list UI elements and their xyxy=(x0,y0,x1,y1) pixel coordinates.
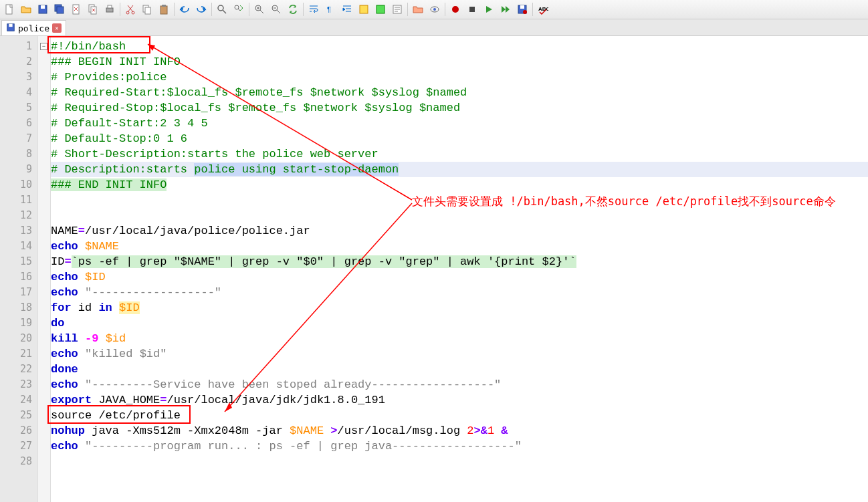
code-line[interactable]: done xyxy=(51,362,868,377)
code-line[interactable]: kill -9 $id xyxy=(51,331,868,346)
code-line[interactable] xyxy=(51,193,868,208)
fold-toggle[interactable]: − xyxy=(40,43,47,50)
code-line[interactable]: source /etc/profile xyxy=(51,408,868,423)
new-file-button[interactable] xyxy=(1,1,17,17)
code-line[interactable]: # Required-Stop:$local_fs $remote_fs $ne… xyxy=(51,100,868,116)
svg-rect-2 xyxy=(41,5,45,9)
stop-button[interactable] xyxy=(464,1,480,17)
code-line[interactable]: ### BEGIN INIT INFO xyxy=(51,54,868,70)
tab-label: police xyxy=(18,23,49,33)
code-line[interactable]: # Short-Description:starts the police we… xyxy=(51,146,868,162)
code-line[interactable]: ID=`ps -ef | grep "$NAME" | grep -v "$0"… xyxy=(51,254,868,269)
fold-cell xyxy=(38,223,50,239)
indent-button[interactable] xyxy=(339,1,355,17)
code-line[interactable]: nohup java -Xms512m -Xmx2048m -jar $NAME… xyxy=(51,423,868,438)
monitor-button[interactable] xyxy=(427,1,443,17)
line-number-gutter: 1234567891011121314151617181920212223242… xyxy=(0,36,38,502)
toolbar-separator xyxy=(445,3,445,16)
code-line[interactable]: ### END INIT INFO xyxy=(51,177,868,193)
copy-button[interactable] xyxy=(139,1,155,17)
code-line[interactable]: do xyxy=(51,316,868,331)
showall-button[interactable]: ¶ xyxy=(322,1,338,17)
zoomin-button[interactable] xyxy=(251,1,267,17)
fold-cell: − xyxy=(38,39,50,54)
line-number: 2 xyxy=(0,54,37,70)
toolbar-separator xyxy=(174,3,175,16)
svg-point-26 xyxy=(452,6,459,13)
code-line[interactable]: NAME=/usr/local/java/police/police.jar xyxy=(51,223,868,239)
redo-button[interactable] xyxy=(193,1,209,17)
fold-cell xyxy=(38,300,50,316)
wrap-button[interactable] xyxy=(306,1,322,17)
code-content[interactable]: 文件头需要设置成 !/bin/bash,不然source /etc/profil… xyxy=(51,36,868,502)
code-line[interactable]: echo "---------program run... : ps -ef |… xyxy=(51,438,868,454)
closeall-button[interactable] xyxy=(85,1,101,17)
code-line[interactable]: echo "---------Service have been stoped … xyxy=(51,377,868,392)
folder-button[interactable] xyxy=(410,1,426,17)
line-number: 28 xyxy=(0,454,37,469)
line-number: 3 xyxy=(0,70,37,85)
close-button[interactable] xyxy=(68,1,84,17)
svg-point-25 xyxy=(433,8,436,11)
find-button[interactable] xyxy=(214,1,230,17)
toolbar-separator xyxy=(211,3,212,16)
spellcheck-button[interactable]: ABC xyxy=(535,1,551,17)
fold-cell xyxy=(38,377,50,392)
open-file-button[interactable] xyxy=(18,1,34,17)
line-number: 27 xyxy=(0,438,37,454)
svg-rect-13 xyxy=(145,7,150,14)
code-line[interactable]: # Required-Start:$local_fs $remote_fs $n… xyxy=(51,85,868,100)
code-line[interactable]: echo $NAME xyxy=(51,239,868,254)
code-line[interactable]: for id in $ID xyxy=(51,300,868,316)
paste-button[interactable] xyxy=(156,1,172,17)
line-number: 8 xyxy=(0,146,37,162)
code-line[interactable]: # Description:starts police using start-… xyxy=(51,162,868,177)
playfast-button[interactable] xyxy=(498,1,514,17)
record-button[interactable] xyxy=(447,1,463,17)
main-toolbar: ¶ ABC xyxy=(0,0,868,19)
code-line[interactable] xyxy=(51,208,868,223)
fold-cell xyxy=(38,177,50,193)
fold-gutter: − xyxy=(38,36,51,502)
code-line[interactable]: # Default-Start:2 3 4 5 xyxy=(51,116,868,131)
code-line[interactable]: export JAVA_HOME=/usr/local/java/jdk/jdk… xyxy=(51,392,868,408)
svg-rect-22 xyxy=(376,5,385,13)
sync-button[interactable] xyxy=(285,1,301,17)
editor-area: 1234567891011121314151617181920212223242… xyxy=(0,36,868,502)
fold-cell xyxy=(38,438,50,454)
tab-bar: police ✕ xyxy=(0,19,868,36)
code-line[interactable]: # Default-Stop:0 1 6 xyxy=(51,131,868,146)
saveall-button[interactable] xyxy=(51,1,68,17)
zoomout-button[interactable] xyxy=(268,1,284,17)
fold-cell xyxy=(38,162,50,177)
fold-cell xyxy=(38,285,50,300)
replace-button[interactable] xyxy=(231,1,247,17)
play-button[interactable] xyxy=(481,1,497,17)
print-button[interactable] xyxy=(102,1,118,17)
undo-button[interactable] xyxy=(177,1,193,17)
cut-button[interactable] xyxy=(122,1,138,17)
line-number: 6 xyxy=(0,116,37,131)
code-line[interactable]: echo "killed $id" xyxy=(51,346,868,362)
fold-cell xyxy=(38,454,50,469)
macro-save-button[interactable] xyxy=(514,1,530,17)
tab-close-icon[interactable]: ✕ xyxy=(52,23,62,33)
save-button[interactable] xyxy=(35,1,51,17)
doc-map-button[interactable] xyxy=(389,1,405,17)
svg-rect-9 xyxy=(108,5,112,8)
code-line[interactable]: echo $ID xyxy=(51,269,868,285)
code-line[interactable]: echo "------------------" xyxy=(51,285,868,300)
svg-rect-33 xyxy=(9,23,12,26)
func1-button[interactable] xyxy=(356,1,372,17)
toolbar-separator xyxy=(120,3,120,16)
line-number: 26 xyxy=(0,423,37,438)
line-number: 14 xyxy=(0,239,37,254)
tab-police[interactable]: police ✕ xyxy=(1,20,66,35)
line-number: 25 xyxy=(0,408,37,423)
code-line[interactable]: #!/bin/bash xyxy=(51,39,868,54)
func2-button[interactable] xyxy=(372,1,389,17)
svg-rect-15 xyxy=(162,5,166,7)
code-line[interactable]: # Provides:police xyxy=(51,70,868,85)
code-line[interactable] xyxy=(51,454,868,469)
line-number: 5 xyxy=(0,100,37,116)
